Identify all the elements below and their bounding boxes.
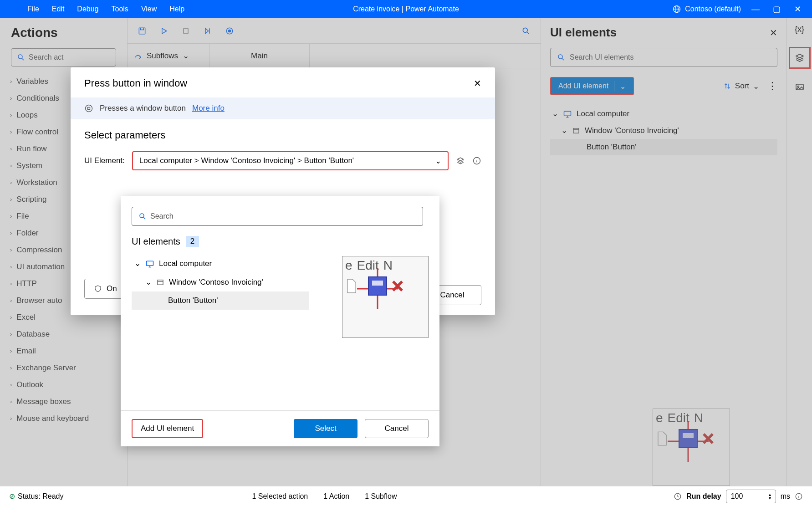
status-text: Status: Ready <box>18 492 64 500</box>
tree-leaf-button[interactable]: Button 'Button' <box>550 139 777 155</box>
svg-point-7 <box>523 28 527 32</box>
svg-rect-3 <box>139 28 145 34</box>
picker-count: UI elements 2 <box>132 236 429 247</box>
svg-rect-10 <box>573 128 579 133</box>
run-next-icon[interactable] <box>203 26 212 36</box>
environment-picker[interactable]: Contoso (default) <box>672 5 741 14</box>
toolbar-search-icon[interactable] <box>521 26 531 36</box>
save-icon[interactable] <box>138 26 147 36</box>
save-icon <box>679 429 698 448</box>
close-button[interactable]: ✕ <box>791 4 804 14</box>
chevron-down-icon: ⌄ <box>620 82 626 91</box>
action-email[interactable]: ›Email <box>4 342 123 359</box>
globe-icon <box>672 5 681 14</box>
tree-root[interactable]: ⌄ Local computer <box>550 105 777 122</box>
action-outlook[interactable]: ›Outlook <box>4 376 123 393</box>
action-message-boxes[interactable]: ›Message boxes <box>4 393 123 410</box>
picker-tree-window[interactable]: ⌄ Window 'Contoso Invoicing' <box>132 273 309 291</box>
selected-actions: 1 Selected action <box>252 492 308 501</box>
action-mouse-keyboard[interactable]: ›Mouse and keyboard <box>4 410 123 427</box>
svg-rect-9 <box>564 111 571 116</box>
ui-elements-rail-icon[interactable] <box>789 47 811 69</box>
stop-icon[interactable] <box>181 26 190 36</box>
menu-help[interactable]: Help <box>169 5 184 13</box>
more-info-link[interactable]: More info <box>192 104 225 113</box>
action-database[interactable]: ›Database <box>4 326 123 342</box>
picker-cancel-button[interactable]: Cancel <box>365 419 429 438</box>
svg-rect-18 <box>158 280 163 285</box>
on-error-button[interactable]: On <box>84 279 127 299</box>
action-icon <box>84 104 93 113</box>
params-heading: Select parameters <box>84 129 481 141</box>
ui-tree: ⌄ Local computer ⌄ Window 'Contoso Invoi… <box>550 105 777 155</box>
tree-window[interactable]: ⌄ Window 'Contoso Invoicing' <box>550 122 777 139</box>
picker-select-button[interactable]: Select <box>294 419 357 438</box>
actions-search-placeholder: Search act <box>29 53 63 61</box>
ui-search-input[interactable]: Search UI elements <box>550 48 777 67</box>
ui-element-label: UI Element: <box>84 156 125 165</box>
search-icon <box>557 53 565 61</box>
svg-point-16 <box>140 214 144 218</box>
chevron-down-icon: ⌄ <box>183 51 189 61</box>
check-icon: ⊘ <box>9 492 15 500</box>
close-ui-panel[interactable]: ✕ <box>770 27 777 38</box>
svg-point-2 <box>18 55 22 59</box>
variables-rail-icon[interactable]: {x} <box>795 25 804 34</box>
page-icon <box>345 278 358 294</box>
chevron-down-icon: ⌄ <box>753 82 759 91</box>
titlebar: File Edit Debug Tools View Help Create i… <box>0 0 812 18</box>
chevron-down-icon: ⌄ <box>561 126 567 135</box>
clock-icon <box>674 492 682 501</box>
run-icon[interactable] <box>159 26 169 36</box>
dialog-close[interactable]: ✕ <box>474 78 481 89</box>
record-icon[interactable] <box>225 26 234 36</box>
status-bar: ⊘Status: Ready 1 Selected action 1 Actio… <box>0 486 812 506</box>
picker-preview: e Edit N <box>342 256 429 338</box>
menu-debug[interactable]: Debug <box>77 5 98 13</box>
menu-view[interactable]: View <box>141 5 157 13</box>
info-icon[interactable] <box>795 492 803 501</box>
svg-point-13 <box>86 105 92 112</box>
action-count: 1 Action <box>323 492 349 501</box>
env-name: Contoso (default) <box>685 5 741 13</box>
toolbar <box>128 18 541 44</box>
svg-point-8 <box>558 55 562 59</box>
sort-button[interactable]: Sort ⌄ <box>723 82 759 91</box>
window-title: Create invoice | Power Automate <box>353 5 459 13</box>
images-rail-icon[interactable] <box>794 82 805 92</box>
picker-tree: ⌄ Local computer ⌄ Window 'Contoso Invoi… <box>132 254 309 310</box>
action-exchange-server[interactable]: ›Exchange Server <box>4 359 123 376</box>
picker-search[interactable]: Search <box>132 207 423 226</box>
chevron-down-icon: ⌄ <box>145 277 152 287</box>
svg-point-6 <box>229 30 231 32</box>
subflows-dropdown[interactable]: Subflows ⌄ <box>128 44 209 68</box>
svg-rect-4 <box>184 29 188 33</box>
chevron-down-icon: ⌄ <box>134 259 141 268</box>
count-badge: 2 <box>186 236 199 247</box>
picker-tree-button[interactable]: Button 'Button' <box>132 291 309 310</box>
chevron-down-icon: ⌄ <box>552 109 558 118</box>
minimize-button[interactable]: — <box>749 5 762 14</box>
subflow-label: Subflows <box>147 51 178 61</box>
layers-icon[interactable] <box>456 156 465 165</box>
maximize-button[interactable]: ▢ <box>770 4 783 14</box>
more-options[interactable]: ⋮ <box>767 80 777 92</box>
actions-search[interactable]: Search act <box>11 48 116 66</box>
run-delay-input[interactable]: 100 ▴▾ <box>726 490 776 503</box>
save-icon <box>368 276 387 296</box>
picker-add-ui-element[interactable]: Add UI element <box>132 419 203 438</box>
picker-tree-root[interactable]: ⌄ Local computer <box>132 254 309 273</box>
dialog-info: Presses a window button More info <box>71 97 495 119</box>
menu-file[interactable]: File <box>27 5 39 13</box>
spinner-icon[interactable]: ▴▾ <box>769 493 771 500</box>
tab-main[interactable]: Main <box>209 44 310 68</box>
run-delay-label: Run delay <box>686 492 721 501</box>
menu-tools[interactable]: Tools <box>112 5 128 13</box>
add-ui-element-button[interactable]: Add UI element ⌄ <box>550 77 634 95</box>
menu-edit[interactable]: Edit <box>52 5 65 13</box>
dialog-title: Press button in window <box>84 77 187 89</box>
info-icon[interactable] <box>472 156 481 165</box>
window-icon <box>572 127 580 135</box>
actions-title: Actions <box>0 22 127 48</box>
ui-element-select[interactable]: Local computer > Window 'Contoso Invoici… <box>132 151 449 170</box>
